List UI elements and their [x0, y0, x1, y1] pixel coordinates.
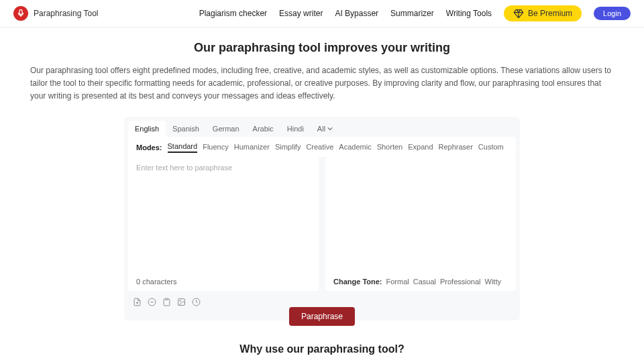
premium-label: Be Premium: [528, 9, 572, 18]
tone-label: Change Tone:: [333, 278, 382, 286]
tone-witty[interactable]: Witty: [485, 278, 501, 286]
lang-all[interactable]: All: [311, 121, 339, 137]
mode-creative[interactable]: Creative: [306, 143, 333, 152]
input-footer: 0 characters: [136, 278, 311, 286]
page-title: Our paraphrasing tool improves your writ…: [30, 41, 614, 55]
mode-humanizer[interactable]: Humanizer: [234, 143, 270, 152]
language-tabs: English Spanish German Arabic Hindi All: [124, 117, 520, 137]
logo-icon: [13, 6, 28, 21]
upload-file-icon[interactable]: [132, 298, 142, 307]
paraphrase-button[interactable]: Paraphrase: [289, 307, 355, 326]
paste-icon[interactable]: [162, 298, 171, 307]
history-icon[interactable]: [191, 298, 201, 307]
header-nav: Plagiarism checker Essay writer AI Bypas…: [199, 5, 631, 21]
main-container: Our paraphrasing tool improves your writ…: [17, 41, 627, 356]
nav-plagiarism[interactable]: Plagiarism checker: [199, 9, 267, 18]
mode-custom[interactable]: Custom: [478, 143, 504, 152]
input-placeholder: Enter text here to paraphrase: [136, 164, 232, 172]
mode-academic[interactable]: Academic: [339, 143, 371, 152]
mode-expand[interactable]: Expand: [408, 143, 433, 152]
tone-formal[interactable]: Formal: [386, 278, 409, 286]
diamond-icon: [513, 9, 524, 18]
icon-row: [132, 298, 201, 307]
lang-arabic[interactable]: Arabic: [246, 121, 280, 137]
mode-rephraser[interactable]: Rephraser: [439, 143, 473, 152]
image-icon[interactable]: [176, 298, 186, 307]
tool-card: English Spanish German Arabic Hindi All …: [124, 117, 520, 320]
mode-simplify[interactable]: Simplify: [275, 143, 301, 152]
input-pane[interactable]: Enter text here to paraphrase 0 characte…: [128, 157, 319, 291]
premium-button[interactable]: Be Premium: [504, 5, 582, 21]
output-footer: Change Tone: Formal Casual Professional …: [333, 278, 508, 286]
mode-shorten[interactable]: Shorten: [377, 143, 403, 152]
nav-essay[interactable]: Essay writer: [279, 9, 323, 18]
nav-writing-tools[interactable]: Writing Tools: [446, 9, 492, 18]
panes: Enter text here to paraphrase 0 characte…: [124, 157, 520, 291]
nav-bypasser[interactable]: AI Bypasser: [335, 9, 378, 18]
why-title: Why use our paraphrasing tool?: [30, 343, 614, 355]
login-button[interactable]: Login: [594, 7, 631, 20]
mode-fluency[interactable]: Fluency: [203, 143, 229, 152]
svg-rect-1: [165, 298, 168, 300]
svg-point-3: [179, 300, 180, 302]
output-pane: Change Tone: Formal Casual Professional …: [325, 157, 516, 291]
login-label: Login: [603, 9, 621, 17]
bottom-bar: [124, 291, 520, 307]
nav-summarizer[interactable]: Summarizer: [390, 9, 434, 18]
tone-professional[interactable]: Professional: [440, 278, 481, 286]
lang-english[interactable]: English: [128, 121, 166, 137]
mode-standard[interactable]: Standard: [168, 142, 198, 153]
lang-german[interactable]: German: [206, 121, 246, 137]
clear-icon[interactable]: [147, 298, 156, 307]
header: Paraphrasing Tool Plagiarism checker Ess…: [0, 0, 644, 27]
chevron-down-icon: [327, 126, 333, 131]
header-left: Paraphrasing Tool: [13, 6, 99, 21]
bottom-bar-wrap: Paraphrase: [124, 291, 520, 314]
intro-text: Our paraphrasing tool offers eight prede…: [30, 64, 614, 103]
brand-name: Paraphrasing Tool: [34, 9, 99, 18]
lang-all-label: All: [317, 125, 325, 133]
tone-casual[interactable]: Casual: [413, 278, 436, 286]
modes-label: Modes:: [136, 143, 162, 152]
char-count: 0 characters: [136, 278, 177, 286]
lang-hindi[interactable]: Hindi: [280, 121, 311, 137]
lang-spanish[interactable]: Spanish: [166, 121, 206, 137]
modes-row: Modes: Standard Fluency Humanizer Simpli…: [128, 137, 516, 157]
